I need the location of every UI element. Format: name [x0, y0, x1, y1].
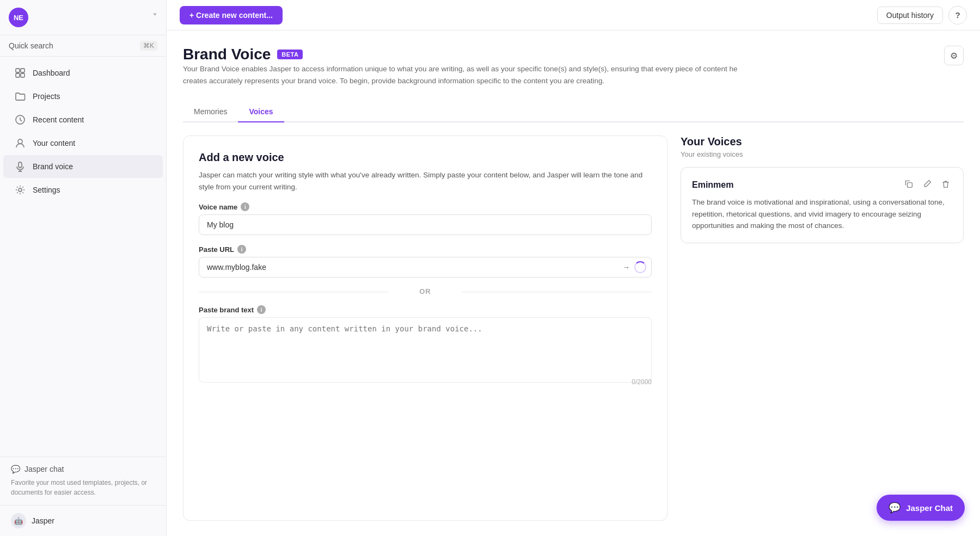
- sidebar: NE ˅ Quick search ⌘K Dashboard: [0, 0, 167, 536]
- paste-brand-text-field: Paste brand text i 0/2000: [199, 305, 652, 386]
- quick-search-label: Quick search: [9, 41, 53, 50]
- voice-name-input[interactable]: [199, 214, 652, 235]
- create-new-content-button[interactable]: + Create new content...: [180, 6, 283, 24]
- sidebar-item-label: Projects: [33, 92, 60, 101]
- sidebar-item-label: Brand voice: [33, 162, 73, 171]
- jasper-chat-label: 💬 Jasper chat: [11, 465, 155, 473]
- avatar[interactable]: NE: [9, 8, 28, 27]
- url-arrow-icon: →: [622, 263, 630, 272]
- paste-brand-text-info-icon[interactable]: i: [257, 305, 266, 314]
- clock-icon: [14, 114, 26, 126]
- tabs: Memories Voices: [183, 102, 964, 122]
- jasper-chat-float-label: Jasper Chat: [906, 503, 953, 513]
- add-voice-title: Add a new voice: [199, 151, 652, 164]
- chat-icon: 💬: [11, 465, 20, 473]
- page-description: Your Brand Voice enables Jasper to acces…: [183, 63, 755, 87]
- tab-memories[interactable]: Memories: [183, 102, 238, 122]
- page-title: Brand Voice: [183, 46, 271, 63]
- grid-icon: [14, 67, 26, 79]
- beta-badge: BETA: [277, 50, 303, 59]
- sidebar-item-dashboard[interactable]: Dashboard: [3, 61, 163, 84]
- voice-name-info-icon[interactable]: i: [241, 202, 249, 211]
- paste-url-info-icon[interactable]: i: [237, 245, 246, 254]
- two-column-layout: Add a new voice Jasper can match your wr…: [183, 135, 964, 521]
- svg-rect-3: [21, 73, 24, 77]
- page-header: Brand Voice BETA Your Brand Voice enable…: [183, 46, 964, 97]
- svg-rect-2: [16, 73, 20, 77]
- page-title-row: Brand Voice BETA: [183, 46, 755, 63]
- main-content: + Create new content... Output history ?…: [167, 0, 980, 536]
- url-input-wrapper: →: [199, 257, 652, 278]
- paste-brand-text-input[interactable]: [199, 317, 652, 383]
- help-button[interactable]: ?: [948, 6, 967, 24]
- voice-card-name: Eminmem: [692, 180, 733, 190]
- gear-icon: [14, 184, 26, 196]
- sidebar-item-label: Your content: [33, 139, 75, 147]
- output-history-button[interactable]: Output history: [877, 7, 943, 24]
- mic-icon: [14, 161, 26, 172]
- paste-url-input[interactable]: [199, 257, 652, 278]
- sidebar-item-label: Recent content: [33, 115, 84, 124]
- jasper-chat-description: Favorite your most used templates, proje…: [11, 478, 155, 497]
- voice-name-field: Voice name i: [199, 202, 652, 235]
- sidebar-item-your-content[interactable]: Your content: [3, 132, 163, 155]
- sidebar-item-recent-content[interactable]: Recent content: [3, 108, 163, 131]
- svg-rect-0: [16, 69, 20, 72]
- your-voices-subtitle: Your existing voices: [681, 150, 964, 158]
- voice-edit-button[interactable]: [921, 178, 934, 191]
- topbar-right: Output history ?: [877, 6, 967, 24]
- jasper-chat-section: 💬 Jasper chat Favorite your most used te…: [0, 457, 166, 505]
- or-divider: OR: [199, 287, 652, 295]
- add-voice-panel: Add a new voice Jasper can match your wr…: [183, 135, 667, 521]
- voice-card-header: Eminmem: [692, 178, 952, 191]
- user-icon: [14, 137, 26, 149]
- sidebar-item-brand-voice[interactable]: Brand voice: [3, 155, 163, 178]
- sidebar-header[interactable]: NE ˅: [0, 0, 166, 35]
- add-voice-description: Jasper can match your writing style with…: [199, 169, 652, 193]
- settings-icon: ⚙: [950, 51, 958, 61]
- sidebar-item-label: Settings: [33, 186, 60, 194]
- voice-card-actions: [902, 178, 952, 191]
- sidebar-item-label: Dashboard: [33, 69, 70, 77]
- your-voices-title: Your Voices: [681, 135, 964, 148]
- svg-rect-6: [19, 162, 22, 168]
- topbar: + Create new content... Output history ?: [167, 0, 980, 30]
- voice-card: Eminmem: [681, 167, 964, 243]
- quick-search[interactable]: Quick search ⌘K: [0, 35, 166, 57]
- voice-card-description: The brand voice is motivational and insp…: [692, 196, 952, 232]
- chat-bubble-icon: 💬: [889, 502, 901, 514]
- jasper-logo-icon: 🤖: [11, 513, 26, 528]
- your-voices-panel: Your Voices Your existing voices Eminmem: [681, 135, 964, 521]
- svg-point-5: [18, 139, 22, 144]
- url-spinner: [634, 261, 646, 273]
- voice-copy-button[interactable]: [902, 178, 915, 191]
- svg-point-7: [19, 188, 22, 192]
- paste-brand-text-label: Paste brand text i: [199, 305, 652, 314]
- paste-url-field: Paste URL i →: [199, 245, 652, 278]
- sidebar-nav: Dashboard Projects Recent content: [0, 57, 166, 457]
- keyboard-shortcut: ⌘K: [140, 41, 157, 51]
- sidebar-footer[interactable]: 🤖 Jasper: [0, 505, 166, 536]
- jasper-chat-float-button[interactable]: 💬 Jasper Chat: [877, 495, 965, 521]
- voice-delete-button[interactable]: [939, 178, 952, 191]
- svg-rect-8: [908, 183, 912, 188]
- sidebar-item-projects[interactable]: Projects: [3, 85, 163, 108]
- tab-voices[interactable]: Voices: [238, 102, 284, 122]
- svg-rect-1: [21, 69, 24, 72]
- paste-url-label: Paste URL i: [199, 245, 652, 254]
- jasper-footer-label: Jasper: [32, 516, 54, 525]
- chevron-down-icon[interactable]: ˅: [152, 11, 157, 23]
- settings-icon-button[interactable]: ⚙: [944, 46, 964, 65]
- voice-name-label: Voice name i: [199, 202, 652, 211]
- folder-icon: [14, 90, 26, 102]
- page-content: Brand Voice BETA Your Brand Voice enable…: [167, 30, 980, 536]
- sidebar-item-settings[interactable]: Settings: [3, 178, 163, 201]
